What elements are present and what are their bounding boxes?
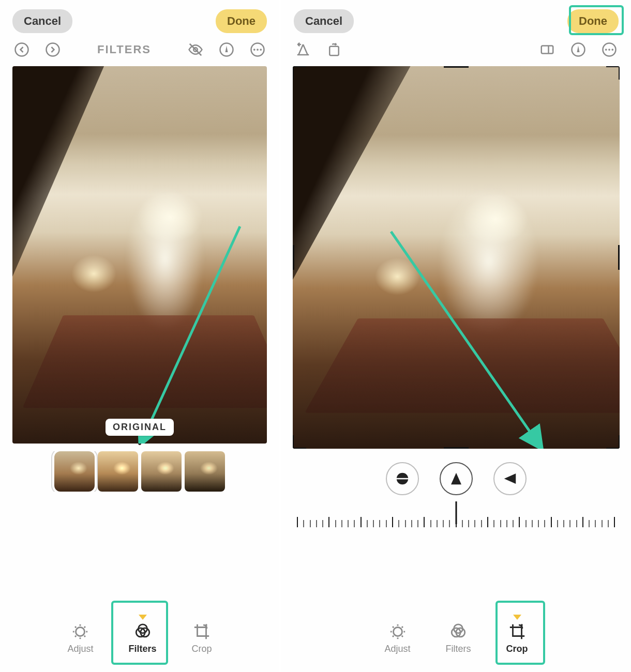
photo-decor: [127, 187, 203, 330]
active-caret-icon: [513, 615, 521, 620]
ruler-tick: [519, 517, 520, 527]
markup-icon[interactable]: [217, 40, 236, 59]
top-bar: Cancel Done: [281, 0, 631, 37]
svg-line-17: [76, 636, 77, 637]
filter-thumb-original[interactable]: [54, 451, 95, 492]
svg-rect-33: [396, 478, 409, 480]
ruler-tick: [354, 520, 355, 527]
crop-handle-tl[interactable]: [293, 66, 306, 80]
markup-icon[interactable]: [569, 40, 588, 59]
mode-label: Filters: [446, 644, 471, 654]
ruler-tick: [367, 520, 368, 527]
mode-bar: Adjust Filters Crop: [0, 618, 279, 660]
svg-point-0: [16, 43, 28, 56]
aspect-ratio-icon[interactable]: [538, 40, 557, 59]
straighten-button[interactable]: [386, 462, 419, 495]
cancel-button[interactable]: Cancel: [12, 9, 72, 33]
mode-crop[interactable]: Crop: [185, 618, 219, 660]
top-bar: Cancel Done: [0, 0, 279, 37]
ruler-tick: [348, 520, 349, 527]
svg-point-6: [253, 49, 256, 51]
filter-thumb-vivid[interactable]: [98, 451, 138, 492]
active-caret-icon: [139, 615, 147, 620]
svg-point-8: [260, 49, 262, 51]
filters-panel: Cancel Done FILTERS: [0, 0, 279, 672]
crop-handle-right[interactable]: [618, 245, 620, 270]
left-tools: [294, 40, 343, 59]
svg-point-30: [611, 49, 613, 51]
ruler-tick: [582, 517, 583, 527]
ruler-tick: [493, 520, 494, 527]
ruler-tick: [430, 520, 431, 527]
done-button[interactable]: Done: [216, 9, 267, 33]
ruler-tick: [297, 517, 298, 527]
mode-label: Filters: [128, 644, 156, 654]
svg-line-41: [393, 636, 394, 637]
ruler-tick: [424, 517, 425, 527]
cancel-button[interactable]: Cancel: [294, 9, 354, 33]
filter-thumb-dramatic[interactable]: [185, 451, 225, 492]
more-icon[interactable]: [600, 40, 619, 59]
undo-icon[interactable]: [12, 40, 31, 59]
photo-decor: [305, 318, 620, 413]
photo-decor: [440, 189, 538, 334]
section-title: FILTERS: [97, 43, 151, 56]
flip-horizontal-icon[interactable]: [294, 40, 312, 59]
ruler-tick: [373, 520, 374, 527]
eye-off-icon[interactable]: [186, 40, 205, 59]
photo-decor: [23, 315, 267, 408]
mode-filters[interactable]: Filters: [121, 618, 163, 660]
svg-line-16: [84, 636, 85, 637]
filter-name-badge: ORIGINAL: [106, 419, 174, 436]
rotate-icon[interactable]: [325, 40, 343, 59]
filter-thumb-vivid-warm[interactable]: [141, 451, 182, 492]
ruler-tick: [513, 520, 514, 527]
svg-line-42: [401, 627, 402, 628]
photo-preview[interactable]: [12, 66, 267, 444]
history-group: [12, 40, 62, 59]
svg-rect-24: [542, 46, 553, 54]
horizontal-perspective-button[interactable]: [493, 462, 527, 495]
mode-label: Crop: [506, 644, 528, 654]
ruler-tick: [386, 520, 387, 527]
crop-handle-left[interactable]: [293, 245, 294, 270]
svg-point-10: [76, 628, 85, 636]
mode-adjust[interactable]: Adjust: [60, 618, 100, 660]
ruler-tick: [589, 520, 590, 527]
svg-line-15: [76, 627, 77, 628]
ruler-tick: [417, 520, 418, 527]
svg-point-28: [605, 49, 607, 51]
ruler-tick: [360, 517, 362, 527]
mode-adjust[interactable]: Adjust: [377, 618, 417, 660]
crop-stage[interactable]: [293, 66, 620, 449]
svg-point-29: [608, 49, 610, 51]
mode-bar: Adjust Filters Crop: [281, 618, 631, 660]
crop-handle-top[interactable]: [444, 66, 469, 68]
svg-rect-23: [329, 47, 339, 56]
done-button[interactable]: Done: [567, 9, 619, 33]
mode-crop[interactable]: Crop: [499, 618, 535, 660]
angle-ruler[interactable]: [297, 507, 615, 527]
ruler-tick: [576, 520, 577, 527]
ruler-tick: [551, 517, 552, 527]
ruler-tick: [335, 520, 336, 527]
ruler-tick: [328, 517, 329, 527]
ruler-tick: [310, 520, 311, 527]
crop-handle-bl[interactable]: [293, 435, 306, 449]
ruler-tick: [544, 520, 545, 527]
redo-icon[interactable]: [43, 40, 62, 59]
ruler-tick: [474, 520, 475, 527]
crop-handle-tr[interactable]: [606, 66, 620, 80]
toolbar: FILTERS: [0, 37, 279, 64]
more-icon[interactable]: [248, 40, 267, 59]
crop-handle-br[interactable]: [606, 435, 620, 449]
ruler-tick: [303, 520, 304, 527]
svg-line-40: [401, 636, 402, 637]
vertical-perspective-button[interactable]: [440, 462, 473, 495]
ruler-tick: [506, 520, 507, 527]
crop-handle-bottom[interactable]: [444, 447, 469, 449]
mode-filters[interactable]: Filters: [439, 618, 478, 660]
right-tools: [186, 40, 267, 59]
ruler-tick: [468, 520, 469, 527]
ruler-tick: [449, 520, 450, 527]
